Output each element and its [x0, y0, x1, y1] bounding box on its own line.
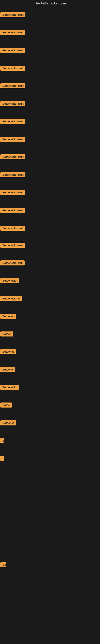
bottleneck-badge[interactable]: Bottleneck result: [0, 190, 25, 195]
bottleneck-badge-row: Bottleneck r: [0, 385, 19, 391]
bottleneck-badge-row: Bottleneck result: [0, 101, 25, 107]
bottleneck-badge[interactable]: Bottleneck resul: [0, 260, 25, 266]
bottleneck-badge-row: B: [0, 438, 4, 444]
bottleneck-badge-row: Bottleneck result: [0, 190, 25, 196]
bottleneck-badge[interactable]: Bottlenec: [0, 314, 16, 319]
bottleneck-badge-row: Bottleneck res: [0, 296, 22, 302]
bottleneck-badge-row: Bottleneck result: [0, 119, 25, 125]
bottleneck-badge[interactable]: Bottleneck result: [0, 243, 25, 248]
bottleneck-badge[interactable]: Bottleneck result: [0, 101, 25, 106]
bottleneck-badge[interactable]: Bottleneck result: [0, 30, 25, 35]
bottleneck-badge[interactable]: Bottleneck result: [0, 137, 25, 142]
bottleneck-badge[interactable]: Bottleneck result: [0, 119, 25, 124]
bottleneck-badge-row: Bottleneck result: [0, 83, 25, 89]
bottleneck-badge[interactable]: Bottleneck r: [0, 385, 19, 390]
bottleneck-badge[interactable]: Bottleneck result: [0, 83, 25, 88]
bottleneck-badge-row: Bottleneck result: [0, 66, 25, 72]
bottleneck-badge-row: Bottleneck result: [0, 154, 25, 160]
bottleneck-badge-row: Bottle: [0, 402, 12, 408]
bottleneck-badge-row: Bottleneck result: [0, 12, 25, 18]
bottleneck-badge[interactable]: Bottle: [0, 402, 12, 408]
bottleneck-badge[interactable]: Bottleneck result: [0, 48, 25, 53]
bottleneck-badge[interactable]: B: [0, 438, 4, 443]
bottleneck-badge[interactable]: Bottleneck r: [0, 278, 19, 283]
bottleneck-badge[interactable]: Bottleneck result: [0, 226, 25, 231]
bottleneck-badge[interactable]: Bottleneck result: [0, 12, 25, 17]
bottleneck-badge-row: Bottlenec: [0, 420, 16, 426]
bottleneck-badge[interactable]: |: [0, 456, 4, 461]
bottleneck-badge-row: Bo: [0, 562, 6, 568]
bottleneck-badge-row: Bottlene: [0, 367, 15, 373]
bottleneck-badge[interactable]: Bottleneck result: [0, 208, 25, 213]
bottleneck-badge[interactable]: Bottleneck result: [0, 154, 25, 160]
bottleneck-badge[interactable]: Bottlenec: [0, 349, 16, 354]
bottleneck-badge-row: |: [0, 456, 4, 462]
bottleneck-badge-row: Bottlenec: [0, 349, 16, 355]
bottleneck-badge[interactable]: Bottlen: [0, 332, 13, 336]
site-title: TheBottlenecker.com: [0, 0, 100, 7]
bottleneck-badge-row: Bottleneck result: [0, 243, 25, 248]
bottleneck-badge[interactable]: Bottleneck result: [0, 172, 25, 177]
bottleneck-badge-row: Bottleneck resul: [0, 260, 25, 266]
bottleneck-badge[interactable]: Bo: [0, 562, 6, 567]
bottleneck-badge-row: Bottleneck result: [0, 137, 25, 143]
bottleneck-badge[interactable]: Bottlene: [0, 367, 15, 372]
bottleneck-badge-row: Bottlenec: [0, 314, 16, 320]
bottleneck-badge-row: Bottlen: [0, 332, 13, 337]
bottleneck-badge-row: Bottleneck r: [0, 278, 19, 284]
bottleneck-badge[interactable]: Bottleneck result: [0, 66, 25, 71]
bottleneck-badge-row: Bottleneck result: [0, 208, 25, 214]
bottleneck-badge-row: Bottleneck result: [0, 226, 25, 232]
bottleneck-badge[interactable]: Bottleneck res: [0, 296, 22, 301]
bottleneck-badge-row: Bottleneck result: [0, 172, 25, 178]
bottleneck-badge-row: Bottleneck result: [0, 48, 25, 54]
bottleneck-badge-row: Bottleneck result: [0, 30, 25, 36]
bottleneck-badge[interactable]: Bottlenec: [0, 420, 16, 426]
